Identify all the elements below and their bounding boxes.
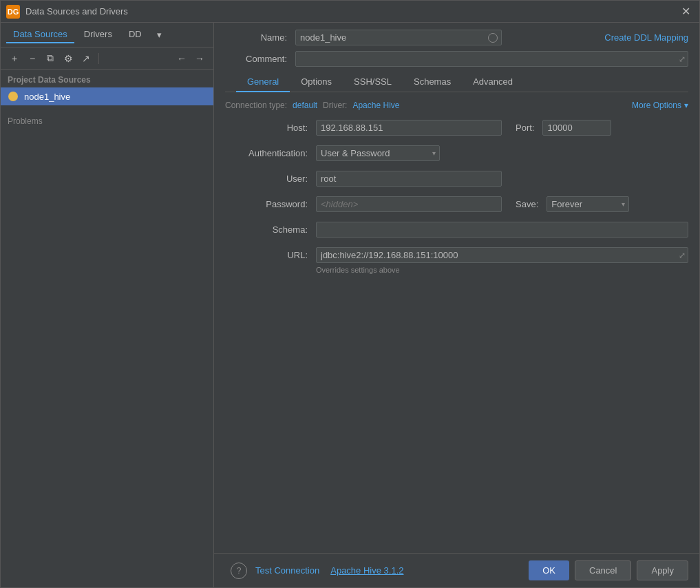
port-label: Port: [516,123,534,133]
problems-label: Problems [8,116,43,126]
back-button[interactable]: ← [173,50,190,67]
url-input-wrap: ⤢ [316,247,688,263]
name-input-indicator [488,33,498,43]
test-connection-link[interactable]: Test Connection [255,565,319,576]
hive-icon-shape [8,92,18,101]
user-row: User: [225,171,688,187]
name-input-wrap [295,30,502,45]
expand-url-icon[interactable]: ⤢ [679,251,686,260]
sidebar-dropdown-icon[interactable]: ▾ [153,28,167,42]
more-options-link[interactable]: More Options ▾ [632,101,688,110]
toolbar-separator [98,53,99,64]
port-input[interactable] [542,120,611,136]
hive-version-link[interactable]: Apache Hive 3.1.2 [330,565,403,576]
copy-button[interactable]: ⧉ [42,50,59,67]
forward-button[interactable]: → [191,50,208,67]
hive-icon [8,91,19,102]
tab-ssh-ssl[interactable]: SSH/SSL [343,72,403,92]
content-tabs: General Options SSH/SSL Schemas Advanced [225,72,688,92]
remove-button[interactable]: − [24,50,41,67]
expand-comment-icon[interactable]: ⤢ [679,54,686,64]
sidebar-item-label: node1_hive [24,92,70,102]
content-body: Connection type: default Driver: Apache … [214,92,699,553]
overrides-text: Overrides settings above [316,266,688,274]
tab-advanced[interactable]: Advanced [462,72,524,92]
user-label: User: [225,174,308,184]
comment-label: Comment: [225,54,287,64]
bottom-bar: ? Test Connection Apache Hive 3.1.2 OK C… [214,553,699,587]
cancel-button[interactable]: Cancel [575,560,631,580]
sidebar-item-node1-hive[interactable]: node1_hive [1,87,213,105]
window-title: Data Sources and Drivers [25,6,677,17]
project-data-sources-label: Project Data Sources [1,70,213,87]
comment-input[interactable] [295,51,688,67]
sidebar: Data Sources Drivers DD ▾ + − ⧉ ⚙ ↗ ← → … [1,23,214,587]
conn-type-value[interactable]: default [293,101,317,110]
conn-type-label: Connection type: [225,101,287,110]
comment-input-wrap: ⤢ [295,51,688,67]
schema-input[interactable] [316,222,688,238]
tab-general[interactable]: General [236,72,290,92]
tab-data-sources[interactable]: Data Sources [6,26,74,43]
help-button[interactable]: ? [231,563,247,579]
tab-options[interactable]: Options [290,72,343,92]
app-icon: DG [6,5,20,19]
export-button[interactable]: ↗ [78,50,94,67]
title-bar: DG Data Sources and Drivers ✕ [1,1,699,23]
save-select-wrap: Forever Until restart Never ▾ [547,196,629,212]
url-label: URL: [225,250,308,260]
action-buttons: OK Cancel Apply [529,560,688,580]
tab-dd[interactable]: DD [122,26,149,43]
content-header: Name: Create DDL Mapping Comment: ⤢ [214,23,699,92]
driver-label: Driver: [323,101,347,110]
ok-button[interactable]: OK [529,560,569,580]
create-ddl-link[interactable]: Create DDL Mapping [604,32,688,43]
auth-select-wrap: User & Password None Kerberos ▾ [316,145,440,161]
auth-label: Authentication: [225,148,308,158]
host-label: Host: [225,123,308,133]
add-button[interactable]: + [6,50,23,67]
auth-select[interactable]: User & Password None Kerberos [316,145,440,161]
main-layout: Data Sources Drivers DD ▾ + − ⧉ ⚙ ↗ ← → … [1,23,699,587]
auth-row: Authentication: User & Password None Ker… [225,145,688,161]
user-input[interactable] [316,171,502,187]
name-label: Name: [225,32,287,43]
name-row: Name: Create DDL Mapping [225,30,688,45]
save-select[interactable]: Forever Until restart Never [547,196,629,212]
driver-value[interactable]: Apache Hive [352,101,399,110]
host-row: Host: Port: [225,120,688,136]
toolbar-nav: ← → [173,50,208,67]
host-input[interactable] [316,120,502,136]
url-row: URL: ⤢ [225,247,688,263]
save-label: Save: [516,199,538,209]
more-options-arrow-icon: ▾ [684,101,688,110]
schema-label: Schema: [225,224,308,235]
password-row: Password: Save: Forever Until restart Ne… [225,196,688,212]
name-input[interactable] [295,30,502,45]
problems-section: Problems [1,111,213,132]
sidebar-toolbar: + − ⧉ ⚙ ↗ ← → [1,48,213,70]
content-panel: Name: Create DDL Mapping Comment: ⤢ [214,23,699,587]
sidebar-tabs: Data Sources Drivers DD ▾ [1,23,213,48]
tab-drivers[interactable]: Drivers [77,26,119,43]
url-input[interactable] [316,247,688,263]
apply-button[interactable]: Apply [637,560,688,580]
password-input[interactable] [316,196,502,212]
comment-row: Comment: ⤢ [225,51,688,67]
close-button[interactable]: ✕ [677,3,694,20]
settings-button[interactable]: ⚙ [60,50,76,67]
tab-schemas[interactable]: Schemas [403,72,462,92]
password-label: Password: [225,199,308,209]
schema-row: Schema: [225,222,688,238]
dialog: DG Data Sources and Drivers ✕ Data Sourc… [0,0,700,588]
connection-type-row: Connection type: default Driver: Apache … [225,101,688,110]
